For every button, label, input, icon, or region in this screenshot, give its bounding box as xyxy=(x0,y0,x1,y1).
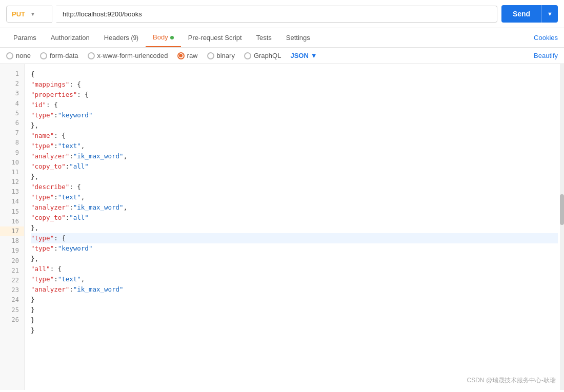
code-line: "type": "text", xyxy=(31,274,558,284)
line-number: 21 xyxy=(0,266,24,276)
url-input[interactable] xyxy=(56,6,497,23)
tab-params[interactable]: Params xyxy=(6,29,44,47)
code-line: "type": { xyxy=(31,233,558,243)
code-line: } xyxy=(31,325,558,336)
code-line: } xyxy=(31,305,558,315)
line-number: 1 xyxy=(0,69,24,79)
editor-area: 1234567891011121314151617181920212223242… xyxy=(0,64,564,390)
line-number: 19 xyxy=(0,246,24,256)
line-number: 13 xyxy=(0,187,24,197)
code-line: } xyxy=(31,315,558,325)
option-binary-label: binary xyxy=(217,52,235,59)
line-number: 9 xyxy=(0,148,24,158)
method-select[interactable]: PUT ▼ xyxy=(6,6,52,23)
code-line: }, xyxy=(31,254,558,264)
body-options: none form-data x-www-form-urlencoded raw… xyxy=(0,48,564,64)
code-line: "describe": { xyxy=(31,182,558,192)
scrollbar-thumb[interactable] xyxy=(560,194,564,225)
cookies-link[interactable]: Cookies xyxy=(534,29,558,47)
code-line: "mappings": { xyxy=(31,79,558,90)
line-number: 24 xyxy=(0,295,24,305)
line-number: 11 xyxy=(0,168,24,177)
line-number: 3 xyxy=(0,89,24,98)
send-button[interactable]: Send xyxy=(501,5,541,23)
format-chevron-icon: ▼ xyxy=(311,52,317,59)
option-form-data[interactable]: form-data xyxy=(40,52,78,59)
line-number: 26 xyxy=(0,315,24,325)
line-number: 25 xyxy=(0,305,24,315)
line-number: 12 xyxy=(0,177,24,187)
line-number: 8 xyxy=(0,138,24,148)
method-label: PUT xyxy=(12,10,25,18)
option-graphql[interactable]: GraphQL xyxy=(244,52,281,59)
code-line: }, xyxy=(31,172,558,182)
code-line: "type": "text", xyxy=(31,141,558,151)
code-line: "all": { xyxy=(31,264,558,274)
line-number: 6 xyxy=(0,118,24,128)
radio-binary xyxy=(207,52,214,59)
send-dropdown-button[interactable]: ▼ xyxy=(541,5,558,23)
option-form-data-label: form-data xyxy=(50,52,78,59)
code-line: "type": "keyword" xyxy=(31,110,558,120)
line-numbers: 1234567891011121314151617181920212223242… xyxy=(0,64,25,390)
option-raw-label: raw xyxy=(187,52,198,59)
code-line: "type": "keyword" xyxy=(31,243,558,254)
code-line: "copy_to": "all" xyxy=(31,213,558,223)
option-binary[interactable]: binary xyxy=(207,52,235,59)
line-number: 7 xyxy=(0,128,24,138)
line-number: 5 xyxy=(0,109,24,118)
tab-headers-badge: (9) xyxy=(131,34,138,42)
line-number: 18 xyxy=(0,236,24,246)
code-line: }, xyxy=(31,223,558,233)
option-none[interactable]: none xyxy=(6,52,31,59)
send-btn-group: Send ▼ xyxy=(501,5,558,23)
code-line: "analyzer":"ik_max_word", xyxy=(31,151,558,161)
code-line: "properties": { xyxy=(31,90,558,100)
watermark: CSDN @瑞晟技术服务中心-耿瑞 xyxy=(467,376,556,385)
format-label: JSON xyxy=(290,52,308,59)
code-line: "type": "text", xyxy=(31,192,558,202)
tab-authorization[interactable]: Authorization xyxy=(44,29,97,47)
code-line: { xyxy=(31,69,558,79)
line-number: 10 xyxy=(0,158,24,168)
code-line: "copy_to": "all" xyxy=(31,161,558,172)
line-number: 23 xyxy=(0,285,24,295)
line-number: 4 xyxy=(0,99,24,109)
tab-headers[interactable]: Headers (9) xyxy=(97,29,146,47)
radio-none xyxy=(6,52,13,59)
method-chevron-icon: ▼ xyxy=(30,11,35,17)
tab-bar: Params Authorization Headers (9) Body Pr… xyxy=(0,28,564,48)
top-bar: PUT ▼ Send ▼ xyxy=(0,0,564,28)
code-line: }, xyxy=(31,120,558,131)
radio-raw xyxy=(177,52,185,59)
code-line: "analyzer":"ik_max_word" xyxy=(31,284,558,295)
tab-headers-label: Headers xyxy=(104,34,131,42)
line-number: 2 xyxy=(0,79,24,89)
line-number: 14 xyxy=(0,197,24,207)
scrollbar-track[interactable] xyxy=(560,64,564,390)
radio-form-data xyxy=(40,52,47,59)
line-number: 17 xyxy=(0,226,24,236)
option-none-label: none xyxy=(16,52,31,59)
tab-body[interactable]: Body xyxy=(146,28,181,47)
option-raw[interactable]: raw xyxy=(177,52,198,59)
line-number: 22 xyxy=(0,276,24,285)
line-number: 16 xyxy=(0,217,24,226)
line-number: 15 xyxy=(0,207,24,217)
radio-graphql xyxy=(244,52,251,59)
tab-pre-request[interactable]: Pre-request Script xyxy=(181,29,249,47)
tab-tests[interactable]: Tests xyxy=(249,29,279,47)
tab-body-dot xyxy=(170,36,174,39)
option-urlencoded[interactable]: x-www-form-urlencoded xyxy=(88,52,168,59)
format-select[interactable]: JSON ▼ xyxy=(290,52,317,59)
tab-settings[interactable]: Settings xyxy=(279,29,317,47)
radio-urlencoded xyxy=(88,52,95,59)
option-graphql-label: GraphQL xyxy=(254,52,281,59)
code-content[interactable]: { "mappings": { "properties": { "id": { … xyxy=(25,64,564,390)
code-line: "id": { xyxy=(31,100,558,110)
code-line: "analyzer":"ik_max_word", xyxy=(31,202,558,213)
code-line: "name": { xyxy=(31,131,558,141)
code-line: } xyxy=(31,295,558,305)
option-urlencoded-label: x-www-form-urlencoded xyxy=(97,52,168,59)
beautify-button[interactable]: Beautify xyxy=(534,52,558,59)
